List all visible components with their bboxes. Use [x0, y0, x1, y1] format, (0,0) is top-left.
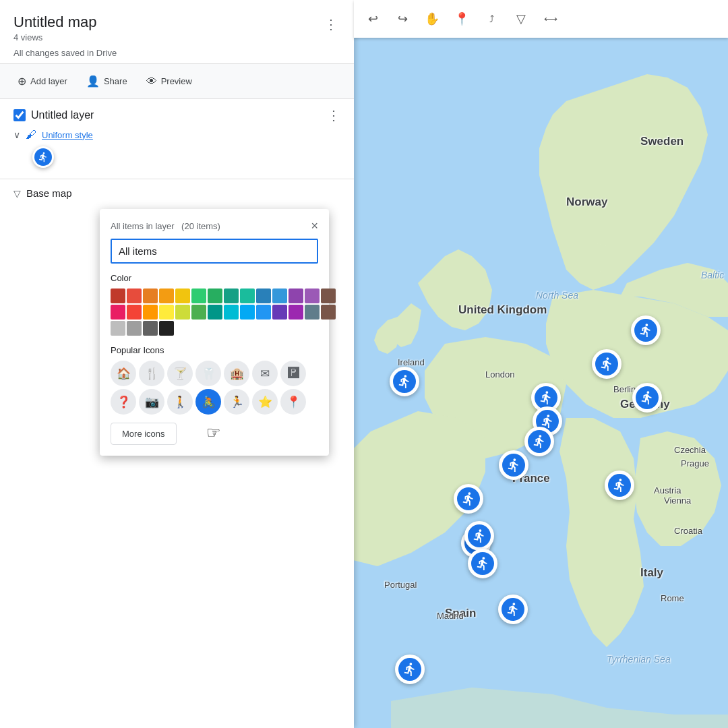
sample-marker-inner [34, 148, 52, 166]
route-button[interactable]: ⤴ [478, 5, 505, 32]
undo-button[interactable]: ↩ [359, 5, 386, 32]
more-icons-label: More icons [122, 429, 165, 439]
popup-title: All items in layer [111, 221, 175, 231]
pan-button[interactable]: ✋ [419, 5, 446, 32]
base-map-row[interactable]: ▽ Base map [0, 179, 354, 207]
color-swatch-22[interactable] [240, 305, 255, 320]
map-marker-inner-8 [457, 487, 480, 510]
map-marker-14 [395, 655, 425, 684]
header: Untitled map 4 views ⋮ [0, 0, 354, 42]
map-marker-9 [605, 471, 634, 500]
popup-close-button[interactable]: × [311, 220, 318, 232]
color-swatch-8[interactable] [240, 289, 255, 303]
share-button[interactable]: 👤 Share [77, 69, 137, 93]
map-marker-inner-7 [502, 454, 525, 477]
pin-icon[interactable]: 📍 [280, 389, 306, 415]
map-marker-inner-5 [528, 430, 551, 453]
color-swatch-6[interactable] [208, 289, 222, 303]
mail-icon[interactable]: ✉ [252, 361, 278, 386]
color-swatch-26[interactable] [305, 305, 320, 320]
sample-cycling-icon [38, 152, 49, 162]
color-swatch-13[interactable] [321, 289, 336, 303]
star-icon[interactable]: ⭐ [252, 389, 278, 415]
style-popup: All items in layer (20 items) × Color Po… [100, 209, 329, 456]
layer-checkbox[interactable] [13, 109, 26, 121]
camera-icon[interactable]: 📷 [139, 389, 164, 415]
share-label: Share [104, 76, 127, 86]
title-block: Untitled map 4 views [13, 13, 97, 42]
color-swatch-23[interactable] [256, 305, 271, 320]
map-marker-inner-6 [393, 370, 416, 393]
map-marker-0 [631, 315, 661, 345]
sample-marker [32, 146, 54, 168]
color-swatch-20[interactable] [208, 305, 222, 320]
popup-count: (20 items) [181, 221, 220, 231]
color-swatch-2[interactable] [143, 289, 158, 303]
help-icon[interactable]: ❓ [111, 389, 136, 415]
color-swatch-14[interactable] [111, 305, 125, 320]
color-swatch-11[interactable] [289, 289, 303, 303]
running-icon[interactable]: 🏃 [224, 389, 249, 415]
color-swatch-12[interactable] [305, 289, 320, 303]
color-swatch-10[interactable] [272, 289, 287, 303]
icons-grid: 🏠🍴🍸🦷🏨✉🅿❓📷🚶🚴🏃⭐📍 [111, 361, 318, 415]
color-swatch-29[interactable] [127, 321, 142, 336]
action-buttons-bar: ⊕ Add layer 👤 Share 👁 Preview [0, 63, 354, 99]
saved-status: All changes saved in Drive [0, 42, 354, 63]
map-title: Untitled map [13, 13, 97, 31]
map-marker-inner-0 [634, 319, 657, 342]
dental-icon[interactable]: 🦷 [195, 361, 221, 386]
popup-header: All items in layer (20 items) × [111, 220, 318, 232]
color-swatch-3[interactable] [159, 289, 174, 303]
color-swatch-9[interactable] [256, 289, 271, 303]
redo-button[interactable]: ↪ [389, 5, 416, 32]
color-swatch-21[interactable] [224, 305, 239, 320]
header-more-button[interactable]: ⋮ [322, 13, 340, 35]
map-marker-inner-13 [502, 598, 524, 621]
walking-icon[interactable]: 🚶 [167, 389, 193, 415]
map-marker-inner-12 [471, 552, 494, 575]
map-marker-inner-9 [608, 474, 631, 497]
cycling-icon[interactable]: 🚴 [195, 389, 221, 415]
measure-button[interactable]: ⟷ [537, 5, 564, 32]
color-swatch-25[interactable] [289, 305, 303, 320]
share-icon: 👤 [86, 75, 100, 88]
layer-style-row: ∨ 🖌 Uniform style [13, 126, 340, 144]
color-swatch-16[interactable] [143, 305, 158, 320]
color-swatch-1[interactable] [127, 289, 142, 303]
color-swatch-15[interactable] [127, 305, 142, 320]
color-swatch-30[interactable] [143, 321, 158, 336]
color-swatch-7[interactable] [224, 289, 239, 303]
map-marker-1 [592, 349, 621, 379]
color-swatch-0[interactable] [111, 289, 125, 303]
food-icon[interactable]: 🍴 [139, 361, 164, 386]
color-swatch-28[interactable] [111, 321, 125, 336]
drink-icon[interactable]: 🍸 [167, 361, 193, 386]
color-swatch-18[interactable] [175, 305, 190, 320]
layer-more-button[interactable]: ⋮ [327, 107, 340, 123]
filter-button[interactable]: ▽ [508, 5, 535, 32]
layer-title-row: Untitled layer [13, 109, 94, 121]
color-swatch-19[interactable] [191, 305, 206, 320]
layer-name: Untitled layer [31, 109, 94, 121]
popup-name-input[interactable] [111, 239, 318, 264]
preview-button[interactable]: 👁 Preview [137, 69, 202, 93]
color-swatch-27[interactable] [321, 305, 336, 320]
hotel-icon[interactable]: 🏨 [224, 361, 249, 386]
color-swatch-17[interactable] [159, 305, 174, 320]
color-swatch-4[interactable] [175, 289, 190, 303]
style-text-link[interactable]: Uniform style [42, 130, 93, 140]
collapse-button[interactable]: ∨ [13, 129, 20, 140]
color-swatch-24[interactable] [272, 305, 287, 320]
marker-button[interactable]: 📍 [448, 5, 475, 32]
more-icons-button[interactable]: More icons [111, 423, 177, 445]
parking-icon[interactable]: 🅿 [280, 361, 306, 386]
map-marker-inner-1 [595, 353, 618, 375]
color-swatch-31[interactable] [159, 321, 174, 336]
color-grid [111, 289, 318, 336]
map-marker-inner-3 [535, 386, 557, 409]
home-icon[interactable]: 🏠 [111, 361, 136, 386]
add-layer-icon: ⊕ [18, 75, 26, 88]
color-swatch-5[interactable] [191, 289, 206, 303]
add-layer-button[interactable]: ⊕ Add layer [8, 69, 77, 93]
